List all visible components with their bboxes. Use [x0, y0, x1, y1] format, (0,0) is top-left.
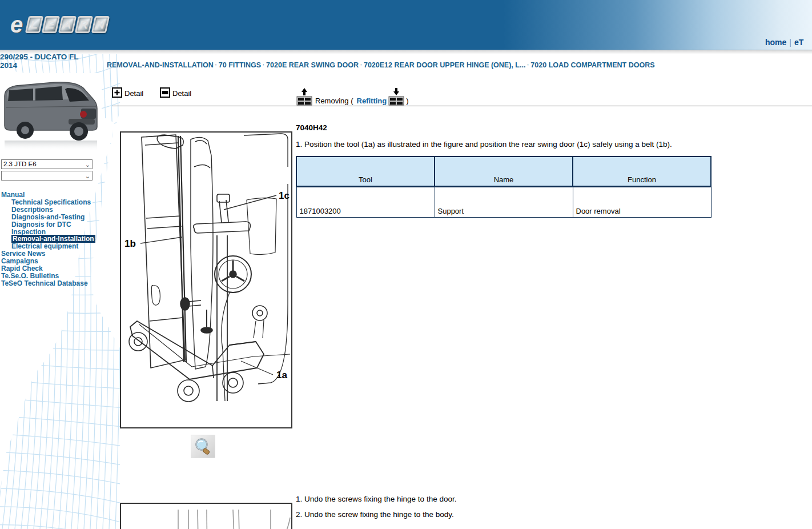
variant-select[interactable]: ⌄	[1, 171, 93, 181]
chevron-down-icon: ⌄	[85, 172, 90, 181]
engine-select[interactable]: 2.3 JTD E6 ⌄	[1, 159, 93, 169]
magnifier-icon	[194, 438, 212, 456]
minus-square-icon	[160, 87, 170, 98]
figure-label-1c: 1c	[279, 190, 290, 201]
step-text: 2. Undo the screw fixing the hinge to th…	[296, 510, 456, 519]
plus-square-icon	[112, 87, 122, 98]
elearn-logo-letter: E	[42, 16, 60, 33]
model-title: 290/295 - DUCATO FL 2014	[0, 53, 108, 70]
removing-label: Removing (	[315, 97, 353, 105]
refitting-icon	[388, 87, 405, 106]
section-code: 7040H42	[296, 123, 327, 132]
figure-label-1a: 1a	[276, 370, 287, 380]
elearn-logo-e: e	[10, 15, 23, 34]
step-1-text: 1. Position the tool (1a) as illustrated…	[296, 140, 718, 149]
toolbar: Detail Detail Removing ( Refitting )	[112, 85, 812, 106]
tool-table: ToolNameFunction1871003200SupportDoor re…	[296, 156, 711, 218]
breadcrumb-segment[interactable]: REMOVAL-AND-INSTALLATION	[107, 61, 214, 69]
figure-hinge	[120, 503, 292, 529]
step-text: 1. Undo the screws fixing the hinge to t…	[296, 495, 456, 503]
breadcrumb-separator: ·	[527, 62, 529, 68]
elearn-logo-letter: N	[91, 16, 110, 33]
sidebar-menu: ManualTechnical SpecificationsDescriptio…	[1, 191, 107, 287]
expand-detail-button[interactable]: Detail	[112, 87, 143, 98]
elearn-logo[interactable]: e LEARN	[10, 15, 108, 34]
table-header-name: Name	[435, 157, 573, 186]
breadcrumb-segment[interactable]: 70 FITTINGS	[219, 61, 261, 69]
etim-link[interactable]: eT	[794, 38, 803, 47]
top-banner: e LEARN CHRYSLER FIAT PRO home|eT	[0, 0, 812, 50]
table-cell: 1871003200	[296, 186, 435, 217]
refitting-link[interactable]: Refitting	[357, 97, 387, 105]
figure-door-support-tool: 1b 1c 1a	[120, 131, 292, 428]
home-link[interactable]: home	[765, 38, 786, 47]
chevron-down-icon: ⌄	[85, 161, 90, 169]
breadcrumb-separator: ·	[215, 62, 217, 68]
table-header-tool: Tool	[296, 157, 435, 186]
breadcrumb-separator: ·	[263, 62, 264, 68]
sidebar-item-teseo-technical-database[interactable]: TeSeO Technical Database	[1, 280, 107, 287]
removing-icon	[296, 87, 313, 106]
table-cell: Support	[435, 186, 573, 217]
breadcrumb-segment[interactable]: 7020 LOAD COMPARTMENT DOORS	[530, 61, 654, 69]
zoom-image-button[interactable]	[191, 435, 215, 458]
table-cell: Door removal	[573, 186, 711, 217]
breadcrumb-segment[interactable]: 7020E12 REAR DOOR UPPER HINGE (ONE), L..…	[364, 61, 525, 69]
table-header-function: Function	[573, 157, 711, 186]
link-separator: |	[786, 38, 794, 47]
elearn-logo-letter: R	[75, 16, 93, 33]
sidebar: 290/295 - DUCATO FL 2014	[0, 54, 112, 529]
elearn-logo-letter: A	[58, 16, 77, 33]
paren-close: )	[406, 97, 408, 105]
breadcrumb-separator: ·	[360, 62, 362, 68]
breadcrumb: REMOVAL-AND-INSTALLATION·70 FITTINGS·702…	[107, 61, 809, 69]
figure-label-1b: 1b	[124, 238, 136, 249]
vehicle-image	[0, 73, 102, 153]
bottom-steps: 1. Undo the screws fixing the hinge to t…	[296, 495, 456, 526]
elearn-logo-letter: L	[25, 16, 43, 33]
collapse-detail-button[interactable]: Detail	[160, 87, 191, 98]
banner-links: home|eT	[765, 38, 803, 47]
table-row: 1871003200SupportDoor removal	[296, 186, 711, 217]
breadcrumb-segment[interactable]: 7020E REAR SWING DOOR	[266, 61, 359, 69]
